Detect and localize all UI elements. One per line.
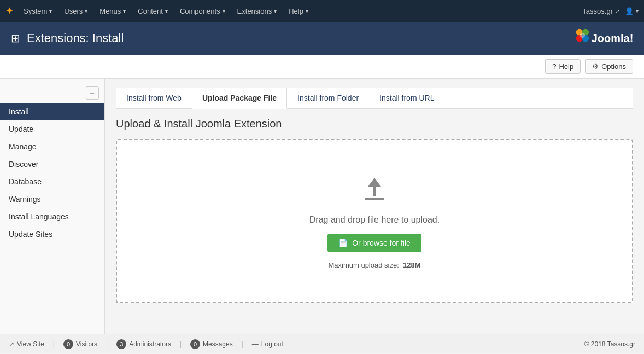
messages-item: 0 Messages bbox=[190, 339, 233, 349]
view-site-link[interactable]: ↗ View Site bbox=[9, 340, 44, 348]
logout-icon: — bbox=[252, 340, 259, 348]
joomla-nav-icon: ✦ bbox=[5, 5, 14, 17]
visitors-badge: 0 bbox=[63, 339, 73, 349]
chevron-down-icon: ▾ bbox=[49, 8, 52, 14]
browse-button[interactable]: 📄 Or browse for file bbox=[327, 234, 421, 252]
page-title: Extensions: Install bbox=[27, 31, 124, 45]
nav-system[interactable]: System ▾ bbox=[18, 0, 57, 22]
chevron-down-icon: ▾ bbox=[636, 8, 639, 14]
nav-menus[interactable]: Menus ▾ bbox=[94, 0, 131, 22]
joomla-logo-icon: Joomla! bbox=[573, 27, 633, 49]
drag-drop-text: Drag and drop file here to upload. bbox=[309, 215, 440, 225]
main-layout: ← Install Update Manage Discover Databas… bbox=[0, 79, 644, 334]
sidebar-toggle-button[interactable]: ← bbox=[86, 86, 99, 100]
max-upload-info: Maximum upload size: 128M bbox=[328, 261, 420, 269]
sidebar-item-warnings[interactable]: Warnings bbox=[0, 190, 104, 208]
question-icon: ? bbox=[552, 62, 556, 71]
footer-left: ↗ View Site | 0 Visitors | 3 Administrat… bbox=[9, 339, 283, 349]
chevron-down-icon: ▾ bbox=[123, 8, 126, 14]
footer-separator-3: | bbox=[180, 340, 182, 348]
admins-badge: 3 bbox=[116, 339, 126, 349]
footer-copyright: © 2018 Tassos.gr bbox=[584, 340, 635, 348]
footer-separator-1: | bbox=[53, 340, 55, 348]
tab-install-from-folder[interactable]: Install from Folder bbox=[287, 88, 369, 109]
tab-upload-package-file[interactable]: Upload Package File bbox=[192, 88, 287, 109]
footer-separator-4: | bbox=[242, 340, 243, 348]
sidebar: ← Install Update Manage Discover Databas… bbox=[0, 79, 105, 334]
external-link-icon: ↗ bbox=[615, 8, 619, 14]
sidebar-item-manage[interactable]: Manage bbox=[0, 138, 104, 155]
nav-help[interactable]: Help ▾ bbox=[283, 0, 314, 22]
chevron-down-icon: ▾ bbox=[165, 8, 168, 14]
external-link-icon: ↗ bbox=[9, 340, 14, 348]
section-title: Upload & Install Joomla Extension bbox=[116, 118, 633, 130]
footer-separator-2: | bbox=[106, 340, 108, 348]
top-navbar: ✦ System ▾ Users ▾ Menus ▾ Content ▾ Com… bbox=[0, 0, 644, 22]
file-icon: 📄 bbox=[338, 239, 348, 247]
svg-marker-7 bbox=[368, 178, 381, 187]
chevron-down-icon: ▾ bbox=[306, 8, 308, 14]
tabs-bar: Install from Web Upload Package File Ins… bbox=[116, 88, 633, 109]
chevron-down-icon: ▾ bbox=[85, 8, 87, 14]
tab-install-from-web[interactable]: Install from Web bbox=[116, 88, 192, 109]
user-icon: 👤 bbox=[625, 7, 634, 15]
sidebar-item-install[interactable]: Install bbox=[0, 103, 104, 120]
nav-right: Tassos.gr ↗ 👤 ▾ bbox=[582, 7, 639, 15]
admins-item: 3 Administrators bbox=[116, 339, 171, 349]
svg-point-4 bbox=[580, 33, 585, 38]
nav-content[interactable]: Content ▾ bbox=[132, 0, 173, 22]
nav-users[interactable]: Users ▾ bbox=[58, 0, 93, 22]
chevron-down-icon: ▾ bbox=[274, 8, 277, 14]
puzzle-icon: ⊞ bbox=[11, 32, 20, 45]
footer-bar: ↗ View Site | 0 Visitors | 3 Administrat… bbox=[0, 334, 644, 353]
options-button[interactable]: ⚙ Options bbox=[585, 59, 633, 74]
sidebar-item-update[interactable]: Update bbox=[0, 120, 104, 138]
toolbar: ? Help ⚙ Options bbox=[0, 55, 644, 79]
site-link[interactable]: Tassos.gr ↗ bbox=[582, 7, 619, 15]
nav-components[interactable]: Components ▾ bbox=[174, 0, 231, 22]
nav-items: System ▾ Users ▾ Menus ▾ Content ▾ Compo… bbox=[18, 0, 582, 22]
page-title-area: ⊞ Extensions: Install bbox=[11, 31, 124, 45]
nav-extensions[interactable]: Extensions ▾ bbox=[232, 0, 283, 22]
svg-text:Joomla!: Joomla! bbox=[592, 32, 633, 44]
chevron-down-icon: ▾ bbox=[223, 8, 225, 14]
sidebar-item-install-languages[interactable]: Install Languages bbox=[0, 208, 104, 225]
upload-drop-zone[interactable]: Drag and drop file here to upload. 📄 Or … bbox=[116, 139, 633, 303]
sidebar-item-discover[interactable]: Discover bbox=[0, 155, 104, 173]
content-area: Install from Web Upload Package File Ins… bbox=[105, 79, 644, 334]
joomla-brand: Joomla! bbox=[573, 27, 633, 49]
page-header-bar: ⊞ Extensions: Install Joomla! bbox=[0, 22, 644, 55]
user-menu[interactable]: 👤 ▾ bbox=[625, 7, 639, 15]
gear-icon: ⚙ bbox=[592, 62, 599, 71]
sidebar-toggle-area: ← bbox=[0, 83, 104, 103]
visitors-item: 0 Visitors bbox=[63, 339, 97, 349]
messages-badge: 0 bbox=[190, 339, 200, 349]
sidebar-item-update-sites[interactable]: Update Sites bbox=[0, 225, 104, 243]
upload-icon bbox=[358, 173, 391, 206]
sidebar-item-database[interactable]: Database bbox=[0, 173, 104, 190]
logout-link[interactable]: — Log out bbox=[252, 340, 283, 348]
svg-rect-8 bbox=[365, 198, 384, 200]
tab-install-from-url[interactable]: Install from URL bbox=[369, 88, 444, 109]
help-button[interactable]: ? Help bbox=[545, 59, 581, 74]
